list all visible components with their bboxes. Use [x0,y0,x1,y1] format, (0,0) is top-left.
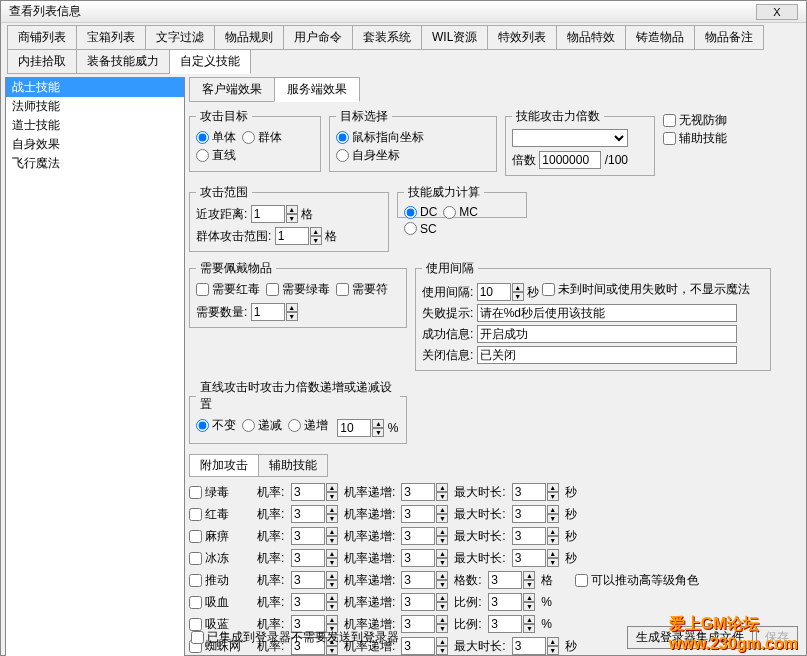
wear-qty-input[interactable] [251,303,285,321]
sidebar-item[interactable]: 法师技能 [6,97,184,116]
tab-内挂拾取[interactable]: 内挂拾取 [7,49,77,74]
spin-up[interactable]: ▲ [436,593,448,602]
spin-up[interactable]: ▲ [547,483,559,492]
sidebar-item[interactable]: 战士技能 [6,78,184,97]
sidebar-item[interactable]: 自身效果 [6,135,184,154]
spin-down[interactable]: ▼ [547,558,559,567]
spin-up[interactable]: ▲ [326,505,338,514]
spin-down[interactable]: ▼ [326,602,338,611]
tab-铸造物品[interactable]: 铸造物品 [625,25,695,50]
radio-群体[interactable]: 群体 [242,129,282,146]
spin-down[interactable]: ▼ [512,292,524,301]
radio-单体[interactable]: 单体 [196,129,236,146]
spin-input[interactable] [512,527,546,545]
radio-SC[interactable]: SC [404,222,437,236]
radio-自身坐标[interactable]: 自身坐标 [336,147,400,164]
radio-递增[interactable]: 递增 [288,417,328,434]
effect-check[interactable]: 吸血 [189,594,245,611]
radio-递减[interactable]: 递减 [242,417,282,434]
spin-down[interactable]: ▼ [523,602,535,611]
spin-down[interactable]: ▼ [436,602,448,611]
spin-input[interactable] [401,549,435,567]
spin-up[interactable]: ▲ [436,505,448,514]
spin-down[interactable]: ▼ [286,214,298,223]
spin-up[interactable]: ▲ [326,615,338,624]
sidebar-item[interactable]: 道士技能 [6,116,184,135]
spin-input[interactable] [401,593,435,611]
tab-用户命令[interactable]: 用户命令 [283,25,353,50]
spin-up[interactable]: ▲ [436,571,448,580]
tab-装备技能威力[interactable]: 装备技能威力 [76,49,170,74]
spin-up[interactable]: ▲ [512,283,524,292]
spin-down[interactable]: ▼ [436,514,448,523]
spin-up[interactable]: ▲ [523,615,535,624]
spin-down[interactable]: ▼ [436,580,448,589]
tab-商铺列表[interactable]: 商铺列表 [7,25,77,50]
factor-input[interactable] [539,151,601,169]
spin-down[interactable]: ▼ [310,236,322,245]
assist-skill-check[interactable]: 辅助技能 [663,130,727,147]
spin-up[interactable]: ▲ [326,571,338,580]
spin-down[interactable]: ▼ [547,492,559,501]
spin-down[interactable]: ▼ [436,558,448,567]
fail-input[interactable] [477,304,737,322]
spin-input[interactable] [291,483,325,501]
spin-input[interactable] [291,593,325,611]
spin-up[interactable]: ▲ [436,549,448,558]
spin-up[interactable]: ▲ [372,419,384,428]
tab-物品特效[interactable]: 物品特效 [556,25,626,50]
gen-file-button[interactable]: 生成登录器集成文件 [627,626,753,649]
spin-down[interactable]: ▼ [436,492,448,501]
tab-物品备注[interactable]: 物品备注 [694,25,764,50]
tab-宝箱列表[interactable]: 宝箱列表 [76,25,146,50]
spin-up[interactable]: ▲ [547,549,559,558]
spin-down[interactable]: ▼ [326,558,338,567]
tab-套装系统[interactable]: 套装系统 [352,25,422,50]
spin-up[interactable]: ▲ [286,303,298,312]
spin-input[interactable] [488,571,522,589]
spin-up[interactable]: ▲ [326,549,338,558]
spin-up[interactable]: ▲ [286,205,298,214]
radio-直线[interactable]: 直线 [196,147,236,164]
radio-MC[interactable]: MC [443,205,478,219]
close-button[interactable]: X [756,4,798,20]
check-需要红毒[interactable]: 需要红毒 [196,281,260,298]
tab-文字过滤[interactable]: 文字过滤 [145,25,215,50]
spin-down[interactable]: ▼ [326,536,338,545]
spin-input[interactable] [401,571,435,589]
spin-down[interactable]: ▼ [547,536,559,545]
spin-input[interactable] [291,527,325,545]
spin-input[interactable] [512,483,546,501]
spin-down[interactable]: ▼ [372,428,384,437]
spin-input[interactable] [512,549,546,567]
spin-up[interactable]: ▲ [436,615,448,624]
spin-down[interactable]: ▼ [326,514,338,523]
effect-check[interactable]: 绿毒 [189,484,245,501]
spin-input[interactable] [512,505,546,523]
sidebar-item[interactable]: 飞行魔法 [6,154,184,173]
spin-input[interactable] [291,505,325,523]
radio-鼠标指向坐标[interactable]: 鼠标指向坐标 [336,129,424,146]
near-input[interactable] [251,205,285,223]
spin-up[interactable]: ▲ [436,527,448,536]
effect-check[interactable]: 红毒 [189,506,245,523]
spin-up[interactable]: ▲ [326,593,338,602]
line-val-input[interactable] [337,419,371,437]
group-input[interactable] [275,227,309,245]
tab-物品规则[interactable]: 物品规则 [214,25,284,50]
spin-up[interactable]: ▲ [547,527,559,536]
radio-DC[interactable]: DC [404,205,437,219]
efftab[interactable]: 附加攻击 [189,454,259,477]
interval-input[interactable] [477,283,511,301]
spin-up[interactable]: ▲ [547,505,559,514]
spin-down[interactable]: ▼ [547,514,559,523]
spin-up[interactable]: ▲ [523,571,535,580]
integrated-check[interactable]: 已集成到登录器不需要发送到登录器 [191,629,399,646]
subtab[interactable]: 客户端效果 [189,77,275,102]
spin-input[interactable] [488,593,522,611]
tab-特效列表[interactable]: 特效列表 [487,25,557,50]
close-input[interactable] [477,346,737,364]
spin-down[interactable]: ▼ [523,580,535,589]
check-需要符[interactable]: 需要符 [336,281,388,298]
spin-down[interactable]: ▼ [326,492,338,501]
